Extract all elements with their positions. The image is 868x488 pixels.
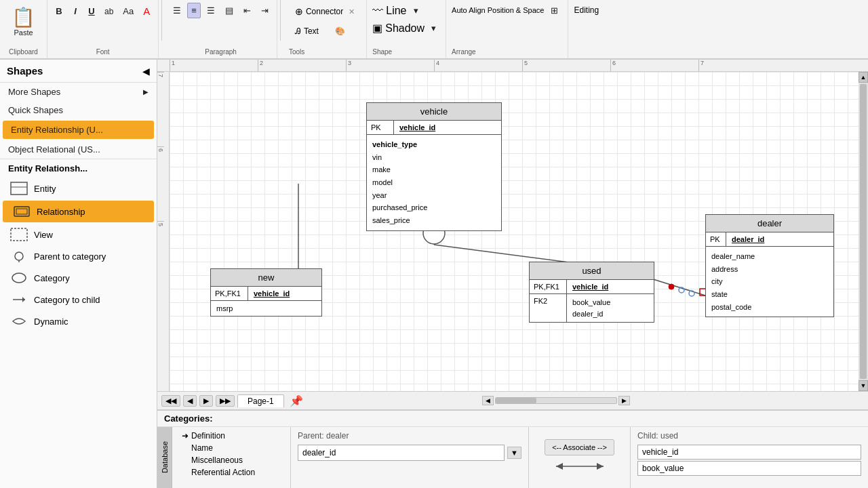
dealer-fields: dealer_name address city state postal_co… xyxy=(706,247,833,317)
cat-definition[interactable]: ➜ Definition xyxy=(172,430,290,442)
scroll-up-button[interactable]: ▲ xyxy=(859,72,868,83)
scroll-left-button[interactable]: ◀ xyxy=(482,396,494,405)
entity-vehicle[interactable]: vehicle PK vehicle_id vehicle_type vin m… xyxy=(366,102,502,231)
italic-button[interactable]: I xyxy=(68,3,83,19)
font-color-button[interactable]: A xyxy=(139,3,154,20)
ruler-mark-3: 3 xyxy=(346,60,434,71)
page-last-button[interactable]: ▶▶ xyxy=(216,395,235,407)
sidebar-shape-parent-to-category[interactable]: Parent to category xyxy=(0,245,157,267)
vertical-scrollbar[interactable]: ▲ ▼ xyxy=(859,72,868,391)
cat-name[interactable]: Name xyxy=(172,442,290,454)
connector-close-icon[interactable]: ✕ xyxy=(349,7,355,16)
sidebar-shape-category[interactable]: Category xyxy=(0,267,157,289)
page-tab[interactable]: Page-1 xyxy=(237,394,284,407)
text-button[interactable]: Ꭿ Text xyxy=(289,23,325,39)
cat-referential-action[interactable]: Referential Action xyxy=(172,466,290,479)
horizontal-scrollbar[interactable]: ◀ ▶ xyxy=(482,396,630,405)
svg-point-17 xyxy=(689,291,694,296)
vehicle-pk-label: PK xyxy=(367,121,394,134)
categories-list: ➜ Definition Name Miscellaneous Referent… xyxy=(172,427,291,488)
scroll-right-button[interactable]: ▶ xyxy=(618,396,630,405)
page-prev-button[interactable]: ◀ xyxy=(183,395,197,407)
font-label: Font xyxy=(96,47,110,56)
justify-button[interactable]: ▤ xyxy=(221,3,237,18)
sidebar-shape-category-to-child[interactable]: Category to child xyxy=(0,289,157,310)
svg-point-15 xyxy=(669,284,674,289)
underline-button[interactable]: U xyxy=(84,3,99,19)
scroll-down-button[interactable]: ▼ xyxy=(859,380,868,391)
new-pkfk-field: vehicle_id xyxy=(248,287,295,300)
more-shapes-arrow: ▶ xyxy=(143,88,149,96)
relationship-icon xyxy=(12,204,31,219)
arrange-icon-button[interactable]: ⊞ xyxy=(547,3,562,18)
clipboard-group: 📋 Paste Clipboard xyxy=(0,0,47,58)
bold-button[interactable]: B xyxy=(52,3,66,19)
paragraph-label: Paragraph xyxy=(205,47,237,56)
ruler-mark-2: 2 xyxy=(258,60,346,71)
sidebar-shape-relationship[interactable]: Relationship xyxy=(3,201,154,222)
entity-relationship-label: Entity Relationship (U... xyxy=(11,125,103,135)
indent-less-button[interactable]: ⇤ xyxy=(239,3,255,18)
sidebar-shape-dynamic[interactable]: Dynamic xyxy=(0,310,157,332)
category-child-icon xyxy=(9,292,28,307)
associate-button[interactable]: <-- Associate --> xyxy=(545,439,614,455)
sidebar-item-entity-relationship[interactable]: Entity Relationship (U... xyxy=(3,121,154,139)
tools-group: ⊕ Connector ✕ Ꭿ Text 🎨 Tools xyxy=(283,0,367,58)
bottom-header: Categories: xyxy=(157,411,868,427)
sidebar-item-quick-shapes[interactable]: Quick Shapes xyxy=(0,101,157,119)
category-to-child-label: Category to child xyxy=(34,295,100,305)
page-pin-icon[interactable]: 📌 xyxy=(290,394,303,407)
dealer-pk-field: dealer_id xyxy=(726,232,770,246)
h-scroll-thumb[interactable] xyxy=(496,398,536,403)
parent-field-input[interactable] xyxy=(298,445,505,461)
vehicle-pk-field: vehicle_id xyxy=(394,121,441,134)
page-nav: ◀◀ ◀ ▶ ▶▶ Page-1 📌 ◀ ▶ xyxy=(157,391,868,410)
sidebar-item-object-relational[interactable]: Object Relational (US... xyxy=(0,140,157,159)
font-name-button[interactable]: Aa xyxy=(119,3,138,19)
vehicle-fields: vehicle_type vin make model year purchas… xyxy=(367,135,501,230)
view-icon xyxy=(9,227,28,242)
ruler-mark-6: 6 xyxy=(610,60,698,71)
text-icon: Ꭿ xyxy=(295,26,301,36)
sidebar-collapse-button[interactable]: ◀ xyxy=(142,66,150,77)
separator-2 xyxy=(280,0,281,41)
entity-icon xyxy=(9,181,28,196)
shadow-dropdown[interactable]: ▾ xyxy=(427,20,440,36)
entity-new[interactable]: new PK,FK1 vehicle_id msrp xyxy=(210,268,322,317)
parent-label: Parent: dealer xyxy=(298,431,521,441)
indent-more-button[interactable]: ⇥ xyxy=(257,3,273,18)
entity-dealer[interactable]: dealer PK dealer_id dealer_name address … xyxy=(705,214,834,317)
strikethrough-button[interactable]: ab xyxy=(100,4,117,19)
align-right-button[interactable]: ☰ xyxy=(203,3,219,18)
parent-field-dropdown[interactable]: ▼ xyxy=(507,447,521,459)
align-center-button[interactable]: ≡ xyxy=(187,3,201,18)
paste-button[interactable]: 📋 Paste xyxy=(5,3,41,40)
child-section: Child: used vehicle_id book_value xyxy=(631,427,868,488)
vehicle-header: vehicle xyxy=(367,103,501,121)
editing-group: Editing xyxy=(568,0,604,58)
align-left-button[interactable]: ☰ xyxy=(169,3,185,18)
paste-label: Paste xyxy=(14,28,33,37)
db-sidebar-label[interactable]: Database xyxy=(157,427,172,488)
line-dropdown[interactable]: ▾ xyxy=(410,3,422,18)
paint-button[interactable]: 🎨 xyxy=(329,23,351,39)
diagram-canvas[interactable]: vehicle PK vehicle_id vehicle_type vin m… xyxy=(170,72,859,391)
sidebar-shape-entity[interactable]: Entity xyxy=(0,178,157,199)
cat-miscellaneous[interactable]: Miscellaneous xyxy=(172,454,290,466)
svg-line-14 xyxy=(651,279,705,296)
connector-button[interactable]: ⊕ Connector ✕ xyxy=(289,3,361,20)
sidebar-shape-view[interactable]: View xyxy=(0,224,157,245)
page-first-button[interactable]: ◀◀ xyxy=(161,395,180,407)
svg-point-5 xyxy=(15,252,23,260)
entity-used[interactable]: used PK,FK1 vehicle_id FK2 book_value de… xyxy=(529,262,654,323)
svg-rect-4 xyxy=(11,228,27,241)
sidebar-item-more-shapes[interactable]: More Shapes ▶ xyxy=(0,83,157,101)
svg-point-16 xyxy=(679,287,684,293)
shadow-label: Shadow xyxy=(385,22,425,35)
connector-label: Connector xyxy=(306,7,343,16)
associate-section: <-- Associate --> xyxy=(529,427,631,488)
scroll-thumb[interactable] xyxy=(860,84,867,379)
page-next-button[interactable]: ▶ xyxy=(199,395,213,407)
tools-label: Tools xyxy=(289,47,361,56)
quick-shapes-label: Quick Shapes xyxy=(8,105,63,115)
